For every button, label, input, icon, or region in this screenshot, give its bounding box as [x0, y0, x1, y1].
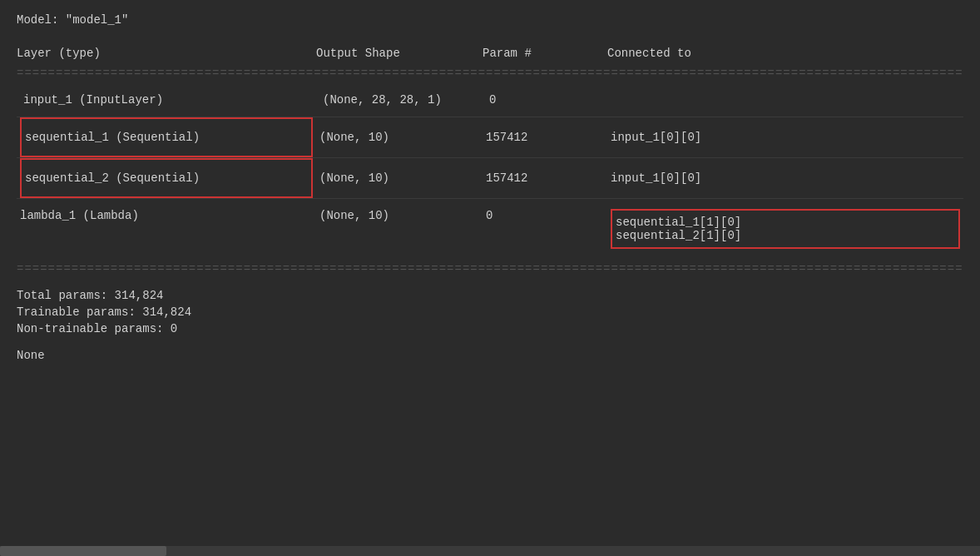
header-connected-col: Connected to — [607, 47, 963, 60]
connected-seq1: input_1[0][0] — [607, 117, 963, 157]
non-trainable-params: Non-trainable params: 0 — [17, 322, 963, 335]
stats-section: Total params: 314,824 Trainable params: … — [17, 289, 963, 335]
params-seq2: 157412 — [483, 158, 607, 198]
model-summary-table: Layer (type) Output Shape Param # Connec… — [17, 43, 963, 362]
connected-lambda1-line1: sequential_1[1][0] — [616, 216, 955, 229]
footer-none: None — [17, 349, 963, 362]
params-input1: 0 — [486, 92, 611, 108]
connected-lambda1: sequential_1[1][0] sequential_2[1][0] — [607, 207, 963, 251]
highlighted-seq2-name: sequential_2 (Sequential) — [20, 158, 313, 198]
bottom-separator: ========================================… — [17, 262, 963, 276]
horizontal-scrollbar[interactable] — [0, 546, 980, 556]
header-output-col: Output Shape — [316, 47, 483, 60]
table-header-row: Layer (type) Output Shape Param # Connec… — [17, 43, 963, 63]
table-row: sequential_2 (Sequential) (None, 10) 157… — [17, 158, 963, 199]
connected-input1 — [611, 92, 960, 108]
connected-seq2: input_1[0][0] — [607, 158, 963, 198]
layer-name-input1: input_1 (InputLayer) — [20, 92, 319, 108]
total-params: Total params: 314,824 — [17, 289, 963, 302]
params-lambda1: 0 — [483, 207, 607, 251]
trainable-params: Trainable params: 314,824 — [17, 305, 963, 319]
table-row: sequential_1 (Sequential) (None, 10) 157… — [17, 117, 963, 158]
header-param-col: Param # — [483, 47, 607, 60]
output-shape-input1: (None, 28, 28, 1) — [319, 92, 486, 108]
highlighted-seq1-name: sequential_1 (Sequential) — [20, 117, 313, 157]
layer-name-seq2: sequential_2 (Sequential) — [17, 158, 316, 198]
output-shape-seq1: (None, 10) — [316, 117, 483, 157]
layer-name-seq1: sequential_1 (Sequential) — [17, 117, 316, 157]
top-separator: ========================================… — [17, 67, 963, 80]
main-container: Model: "model_1" Layer (type) Output Sha… — [0, 0, 980, 375]
table-row: input_1 (InputLayer) (None, 28, 28, 1) 0 — [17, 83, 963, 117]
output-shape-seq2: (None, 10) — [316, 158, 483, 198]
highlighted-lambda-connected: sequential_1[1][0] sequential_2[1][0] — [611, 209, 960, 249]
header-layer-col: Layer (type) — [17, 47, 316, 60]
layer-name-lambda1: lambda_1 (Lambda) — [17, 207, 316, 251]
table-row: lambda_1 (Lambda) (None, 10) 0 sequentia… — [17, 199, 963, 259]
output-shape-lambda1: (None, 10) — [316, 207, 483, 251]
model-title: Model: "model_1" — [17, 13, 963, 27]
footer-section: None — [17, 349, 963, 362]
scrollbar-thumb[interactable] — [0, 546, 166, 556]
connected-lambda1-line2: sequential_2[1][0] — [616, 229, 955, 242]
params-seq1: 157412 — [483, 117, 607, 157]
